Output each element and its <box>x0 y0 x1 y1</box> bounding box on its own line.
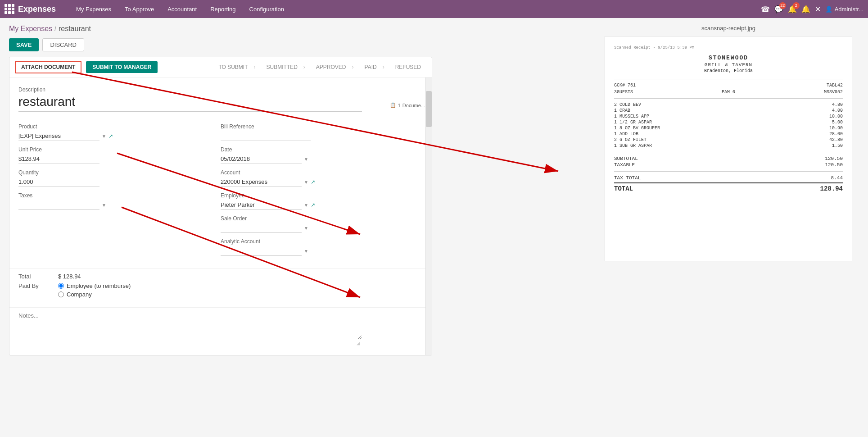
total-value: $ 128.94 <box>58 273 81 280</box>
receipt-item-price: 10.90 <box>816 126 843 131</box>
notes-textarea[interactable] <box>18 312 362 339</box>
receipt-gck: GCK# 761 <box>614 83 636 88</box>
paid-by-employee-radio[interactable] <box>58 283 64 289</box>
receipt-item-price: 10.00 <box>816 114 843 119</box>
taxes-input[interactable] <box>18 200 99 210</box>
account-input[interactable] <box>221 177 302 187</box>
receipt-item-label: 1 ADD LOB <box>614 132 816 137</box>
user-menu[interactable]: 👤 Administr... <box>825 6 863 13</box>
save-button[interactable]: SAVE <box>9 38 39 51</box>
topnav-right: ☎ 💬 22 🔔 2 🔔 ✕ 👤 Administr... <box>761 5 863 14</box>
nav-my-expenses[interactable]: My Expenses <box>69 0 118 18</box>
user-name: Administr... <box>835 6 863 13</box>
nav-accountant[interactable]: Accountant <box>161 0 203 18</box>
notes-resize-area: ◢ <box>18 341 362 346</box>
quantity-row <box>18 177 221 187</box>
sale-order-input[interactable] <box>221 223 302 233</box>
paid-by-company-radio[interactable] <box>58 291 64 297</box>
form-scrollbar[interactable] <box>425 77 432 355</box>
receipt-grand-total-value: 128.94 <box>820 185 843 192</box>
top-navigation: Expenses My Expenses To Approve Accounta… <box>0 0 868 18</box>
receipt-item-label: 1 MUSSELS APP <box>614 114 816 119</box>
status-approved: APPROVED <box>311 62 359 72</box>
breadcrumb-current: restaurant <box>59 25 91 33</box>
account-dropdown-arrow[interactable]: ▼ <box>304 180 308 185</box>
total-label: Total <box>18 273 54 280</box>
paid-by-employee-label: Employee (to reimburse) <box>67 282 131 289</box>
nav-reporting[interactable]: Reporting <box>203 0 242 18</box>
description-value[interactable]: restaurant <box>18 95 362 112</box>
analytic-account-row: ▼ <box>221 246 423 256</box>
phone-icon[interactable]: ☎ <box>761 5 770 14</box>
breadcrumb: My Expenses / restaurant <box>9 25 598 33</box>
date-row: ▼ <box>221 154 423 164</box>
sale-order-field-group: Sale Order ▼ <box>221 215 423 233</box>
action-buttons: SAVE DISCARD <box>9 38 598 51</box>
employee-dropdown-arrow[interactable]: ▼ <box>304 203 308 208</box>
paid-by-employee[interactable]: Employee (to reimburse) <box>58 282 131 289</box>
receipt-item-label: 2 6 OZ FILET <box>614 137 816 142</box>
receipt-item: 2 COLD BEV4.80 <box>614 102 843 107</box>
taxes-dropdown-arrow[interactable]: ▼ <box>102 203 106 208</box>
unit-price-input[interactable] <box>18 154 99 164</box>
receipt-taxable-value: 120.50 <box>825 162 843 168</box>
messages-icon[interactable]: 🔔 2 <box>788 5 797 14</box>
nav-to-approve[interactable]: To Approve <box>118 0 161 18</box>
receipt-item-price: 4.00 <box>816 108 843 113</box>
status-to-submit: TO SUBMIT <box>213 62 261 72</box>
form-card: ATTACH DOCUMENT SUBMIT TO MANAGER TO SUB… <box>9 57 432 355</box>
receipt-tax-total-label: TAX TOTAL <box>614 175 641 181</box>
document-icon: 📋 <box>390 102 396 108</box>
date-dropdown-arrow[interactable]: ▼ <box>304 157 308 162</box>
receipt-grand-total: TOTAL 128.94 <box>614 182 843 192</box>
bill-reference-input[interactable] <box>221 131 311 141</box>
status-submitted: SUBMITTED <box>261 62 311 72</box>
attach-document-button[interactable]: ATTACH DOCUMENT <box>15 61 81 73</box>
close-icon[interactable]: ✕ <box>815 5 821 14</box>
receipt-restaurant-name: STONEWOOD <box>614 55 843 61</box>
submit-to-manager-button[interactable]: SUBMIT TO MANAGER <box>86 61 158 73</box>
breadcrumb-parent[interactable]: My Expenses <box>9 25 52 33</box>
account-row: ▼ ↗ <box>221 177 423 187</box>
employee-external-link[interactable]: ↗ <box>311 202 315 208</box>
grid-icon <box>5 4 14 14</box>
discard-button[interactable]: DISCARD <box>42 38 84 51</box>
resize-handle[interactable]: ◢ <box>357 341 362 346</box>
receipt-meta: GCK# 761 TABL42 <box>614 83 843 88</box>
sale-order-label: Sale Order <box>221 215 423 222</box>
quantity-field-group: Quantity <box>18 169 221 187</box>
product-dropdown-arrow[interactable]: ▼ <box>102 134 106 139</box>
receipt-subtotal-value: 120.50 <box>825 156 843 161</box>
receipt-subtotal-label: SUBTOTAL <box>614 156 638 161</box>
date-input[interactable] <box>221 154 302 164</box>
document-indicator[interactable]: 📋 1 Docume... <box>390 102 425 108</box>
right-panel: scansnap-receipt.jpg Scanned Receipt - 9… <box>598 25 859 355</box>
account-external-link[interactable]: ↗ <box>311 179 315 185</box>
notes-section: ◢ <box>9 307 432 355</box>
scrollbar-thumb <box>426 91 432 127</box>
analytic-account-field-group: Analytic Account ▼ <box>221 238 423 256</box>
receipt-subtotals: SUBTOTAL 120.50 TAXABLE 120.50 TAX TOTAL… <box>614 156 843 192</box>
nav-configuration[interactable]: Configuration <box>243 0 291 18</box>
chat-icon[interactable]: 💬 22 <box>774 5 783 14</box>
analytic-account-dropdown-arrow[interactable]: ▼ <box>304 249 308 254</box>
receipt-filename: scansnap-receipt.jpg <box>605 25 852 32</box>
form-body: 📋 1 Docume... Description restaurant <box>9 77 432 355</box>
product-input[interactable] <box>18 131 99 141</box>
breadcrumb-separator: / <box>54 25 56 32</box>
receipt-restaurant-location: Bradenton, Florida <box>614 68 843 73</box>
receipt-item-label: 1 8 OZ BV GROUPER <box>614 126 816 131</box>
app-name: Expenses <box>18 5 56 14</box>
receipt-item: 1 CRAB4.00 <box>614 108 843 113</box>
analytic-account-input[interactable] <box>221 246 302 256</box>
product-external-link[interactable]: ↗ <box>108 133 113 139</box>
bell-icon[interactable]: 🔔 <box>801 5 810 14</box>
employee-input[interactable] <box>221 200 302 210</box>
account-label: Account <box>221 169 423 176</box>
employee-label: Employee <box>221 192 423 199</box>
sale-order-dropdown-arrow[interactable]: ▼ <box>304 226 308 231</box>
paid-by-company[interactable]: Company <box>58 291 131 298</box>
bill-reference-label: Bill Reference <box>221 123 423 130</box>
receipt-subtotal-row: SUBTOTAL 120.50 <box>614 156 843 161</box>
quantity-input[interactable] <box>18 177 99 187</box>
